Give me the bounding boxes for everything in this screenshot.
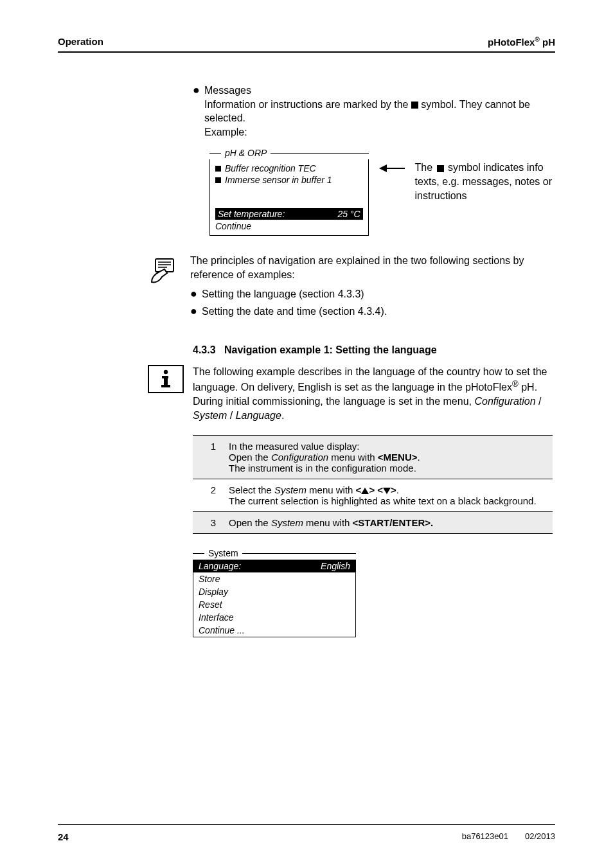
bullet-dot-icon: ● [193, 84, 204, 139]
messages-bullet: ● Messages Information or instructions a… [193, 84, 553, 139]
step1-l2b: menu with [328, 452, 378, 463]
ph-orp-annotation: The symbol indicates info texts, e.g. me… [415, 148, 553, 202]
step3-sys: System [271, 517, 303, 528]
step2-l1a: Select the [229, 484, 274, 495]
steps-table: 1 In the measured value display: Open th… [193, 435, 553, 534]
triangle-down-icon [383, 488, 391, 494]
messages-title: Messages [204, 85, 251, 96]
system-interface: Interface [193, 611, 355, 624]
page-number: 24 [58, 831, 69, 842]
step-number: 3 [193, 512, 222, 534]
system-title: System [204, 548, 242, 558]
header-rule [58, 51, 555, 53]
square-icon [215, 177, 221, 183]
info-sup: ® [512, 379, 519, 389]
arrow-icon [379, 148, 405, 173]
info-sep2: / [227, 410, 235, 421]
info-sep1: / [536, 396, 542, 407]
square-icon [411, 102, 418, 109]
page-footer: 24 ba76123e01 02/2013 [58, 824, 555, 842]
nav-note-b1: Setting the language (section 4.3.3) [202, 287, 553, 301]
info-path-system: System [193, 410, 227, 421]
step2-l1b: menu with [306, 484, 356, 495]
step1-l1: In the measured value display: [229, 441, 546, 452]
ph-orp-box: pH & ORP Buffer recognition TEC Immerse … [209, 148, 369, 236]
messages-body-a: Information or instructions are marked b… [204, 99, 411, 110]
set-temp-label: Set temperature [218, 209, 282, 219]
header-right-sup: ® [535, 36, 539, 43]
nav-note-b2: Setting the date and time (section 4.3.4… [202, 305, 553, 319]
messages-example-label: Example: [204, 127, 247, 137]
table-row: 3 Open the System menu with <START/ENTER… [193, 512, 553, 534]
step-body: Select the System menu with <> <>. The c… [222, 479, 553, 512]
info-path-config: Configuration [474, 396, 535, 407]
system-language-value: English [321, 561, 350, 571]
step3-start-enter: <START/ENTER>. [353, 517, 434, 528]
header-right-prefix: pHotoFlex [488, 37, 535, 48]
step2-keys: <> <> [356, 484, 396, 495]
section-number: 4.3.3 [193, 344, 216, 355]
ph-orp-line1: Buffer recognition TEC [225, 163, 316, 173]
info-text-a: The following example describes in the l… [193, 366, 547, 393]
ph-orp-continue: Continue [215, 220, 363, 231]
system-language-row: Language: English [193, 560, 355, 572]
section-heading: 4.3.3 Navigation example 1: Setting the … [193, 344, 553, 356]
svg-rect-8 [164, 376, 168, 386]
table-row: 2 Select the System menu with <> <>. The… [193, 479, 553, 512]
step1-conf: Configuration [271, 452, 328, 463]
step-body: Open the System menu with <START/ENTER>. [222, 512, 553, 534]
info-icon [148, 365, 184, 393]
info-text: The following example describes in the l… [193, 365, 553, 423]
system-reset: Reset [193, 598, 355, 611]
system-box: System Language: English Store Display R… [193, 548, 356, 637]
step1-menu: <MENU> [378, 452, 418, 463]
system-language-label: Language [199, 561, 238, 571]
square-icon [215, 166, 221, 172]
system-display: Display [193, 585, 355, 598]
step1-l2a: Open the [229, 452, 271, 463]
footer-doc-id: ba76123e01 [462, 831, 508, 842]
hand-note-icon [148, 254, 181, 290]
step3-l1a: Open the [229, 517, 271, 528]
ph-orp-diagram: pH & ORP Buffer recognition TEC Immerse … [209, 148, 553, 236]
set-temp-value: 25 °C [337, 209, 360, 219]
step1-l2c: . [418, 452, 420, 463]
step1-l3: The instrument is in the configuration m… [229, 463, 416, 474]
bullet-dot-icon: ● [190, 305, 202, 319]
step2-sys: System [274, 484, 306, 495]
ph-orp-title: pH & ORP [221, 148, 271, 158]
step-body: In the measured value display: Open the … [222, 436, 553, 479]
section-title: Navigation example 1: Setting the langua… [224, 344, 437, 355]
bullet-dot-icon: ● [190, 287, 202, 301]
svg-rect-9 [161, 385, 170, 387]
square-icon [437, 165, 444, 172]
svg-point-6 [164, 370, 168, 374]
info-dot: . [281, 410, 284, 421]
step-number: 2 [193, 479, 222, 512]
ph-orp-set-temp-row: Set temperature: 25 °C [215, 208, 363, 220]
step-number: 1 [193, 436, 222, 479]
step3-l1b: menu with [303, 517, 353, 528]
footer-rule [58, 824, 555, 825]
system-continue: Continue ... [193, 624, 355, 637]
header-right: pHotoFlex® pH [488, 36, 555, 48]
system-store: Store [193, 572, 355, 585]
annotation-a: The [415, 162, 436, 173]
ph-orp-line2: Immerse sensor in buffer 1 [225, 175, 332, 185]
step2-l2: The current selection is highlighted as … [229, 495, 546, 506]
table-row: 1 In the measured value display: Open th… [193, 436, 553, 479]
svg-marker-1 [379, 164, 387, 172]
info-path-language: Language [236, 410, 281, 421]
header-right-suffix: pH [540, 37, 555, 48]
nav-note-intro: The principles of navigation are explain… [190, 254, 553, 281]
header-left: Operation [58, 36, 103, 48]
footer-date: 02/2013 [525, 831, 555, 842]
triangle-up-icon [361, 488, 369, 494]
